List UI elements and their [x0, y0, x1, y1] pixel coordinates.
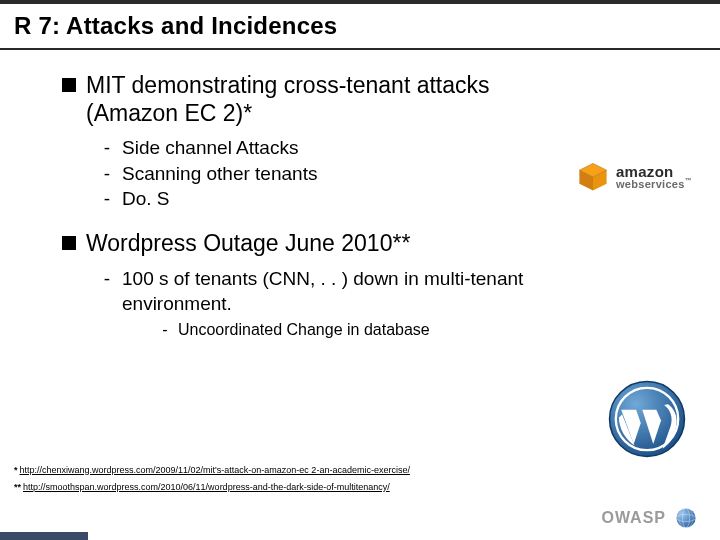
sublist-2: -100 s of tenants (CNN, . . ) down in mu…	[102, 266, 676, 339]
wordpress-logo-icon	[608, 380, 686, 458]
dash-icon: -	[102, 135, 112, 161]
references: *http://chenxiwang.wordpress.com/2009/11…	[14, 462, 410, 496]
slide-title: R 7: Attacks and Incidences	[14, 12, 706, 40]
sub-item: -100 s of tenants (CNN, . . ) down in mu…	[102, 266, 676, 317]
ref1-label: *	[14, 462, 18, 479]
aws-line2: webservices™	[616, 178, 692, 189]
reference-2: **http://smoothspan.wordpress.com/2010/0…	[14, 479, 410, 496]
slide: R 7: Attacks and Incidences MIT demonstr…	[0, 0, 720, 540]
sub-item: -Side channel Attacks	[102, 135, 676, 161]
sub-item-text: Scanning other tenants	[122, 161, 317, 187]
dash-icon: -	[102, 266, 112, 317]
svg-point-6	[676, 508, 695, 527]
aws-tm: ™	[685, 177, 692, 184]
bullet-item-2: Wordpress Outage June 2010**	[62, 230, 676, 258]
reference-1: *http://chenxiwang.wordpress.com/2009/11…	[14, 462, 410, 479]
aws-wordmark: amazon webservices™	[616, 165, 692, 188]
owasp-label: OWASP	[601, 509, 666, 527]
ref2-link[interactable]: http://smoothspan.wordpress.com/2010/06/…	[23, 482, 390, 492]
dash-icon: -	[160, 321, 170, 339]
sub-item-text: 100 s of tenants (CNN, . . ) down in mul…	[122, 266, 552, 317]
footer-brand: OWASP	[601, 506, 698, 530]
globe-icon	[674, 506, 698, 530]
ref2-label: **	[14, 479, 21, 496]
sub-item-text: Do. S	[122, 186, 170, 212]
bullet-1-text: MIT demonstrating cross-tenant attacks (…	[86, 72, 506, 127]
content-area: MIT demonstrating cross-tenant attacks (…	[0, 50, 720, 339]
sub-item-text: Side channel Attacks	[122, 135, 298, 161]
dash-icon: -	[102, 161, 112, 187]
bottom-accent-bar	[0, 532, 88, 540]
bullet-item-1: MIT demonstrating cross-tenant attacks (…	[62, 72, 676, 127]
aws-logo: amazon webservices™	[576, 160, 692, 194]
sub-sub-item-text: Uncoordinated Change in database	[178, 321, 430, 339]
title-bar: R 7: Attacks and Incidences	[0, 0, 720, 46]
dash-icon: -	[102, 186, 112, 212]
sub-sublist: -Uncoordinated Change in database	[160, 321, 676, 339]
aws-cube-icon	[576, 160, 610, 194]
bullet-2-text: Wordpress Outage June 2010**	[86, 230, 410, 258]
ref1-link[interactable]: http://chenxiwang.wordpress.com/2009/11/…	[20, 465, 410, 475]
square-bullet-icon	[62, 236, 76, 250]
square-bullet-icon	[62, 78, 76, 92]
sub-sub-item: -Uncoordinated Change in database	[160, 321, 676, 339]
